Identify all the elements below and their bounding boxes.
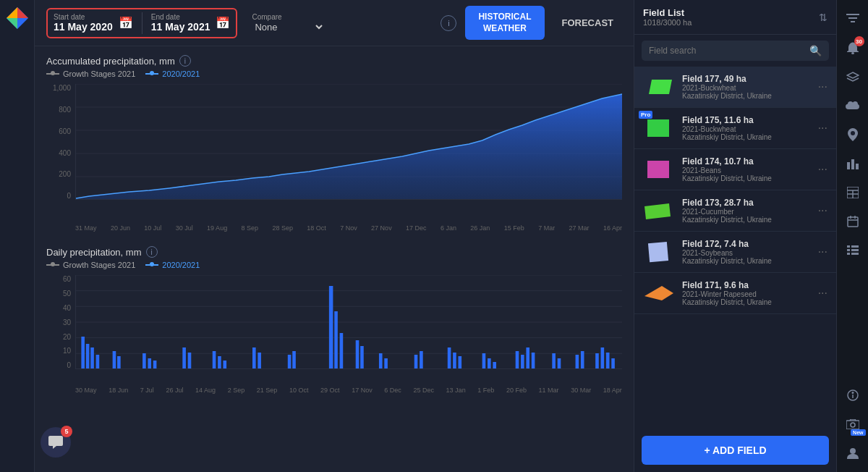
filter-icon[interactable]: [840, 6, 866, 32]
svg-rect-35: [329, 286, 333, 369]
cloud-icon[interactable]: [840, 93, 866, 119]
daily-legend-gray: [46, 264, 59, 266]
info-circle-icon[interactable]: [840, 382, 866, 408]
list-icon[interactable]: [840, 237, 866, 264]
user-icon[interactable]: [840, 440, 866, 466]
notification-badge: 30: [854, 36, 864, 46]
field-name: Field 175, 11.6 ha: [682, 115, 811, 125]
compare-dropdown[interactable]: None Previous Year: [252, 21, 325, 33]
field-more-icon[interactable]: ···: [818, 287, 827, 300]
calendar-icon[interactable]: [840, 208, 866, 235]
info-icon[interactable]: i: [441, 15, 456, 31]
list-item[interactable]: Field 177, 49 ha 2021-Buckwheat Kazatins…: [634, 67, 836, 108]
bell-icon[interactable]: 30: [840, 35, 866, 61]
chat-bubble[interactable]: 5: [41, 427, 71, 458]
start-date-field: Start date 11 May 2020: [54, 13, 113, 33]
field-thumbnail: [643, 198, 675, 224]
svg-rect-70: [851, 21, 855, 22]
date-separator: [142, 12, 142, 34]
svg-rect-94: [846, 421, 859, 429]
svg-rect-63: [647, 119, 669, 137]
svg-rect-81: [848, 217, 858, 227]
field-more-icon[interactable]: ···: [818, 122, 827, 135]
svg-rect-22: [117, 356, 121, 369]
main-content: Start date 11 May 2020 📅 End date 11 May…: [35, 0, 634, 472]
field-search-input[interactable]: [649, 46, 805, 56]
add-field-button[interactable]: + ADD FIELD: [642, 436, 829, 465]
field-info: Field 175, 11.6 ha 2021-Buckwheat Kazati…: [682, 115, 811, 141]
acc-chart-area: [75, 84, 622, 200]
field-thumbnail: Pro: [643, 115, 675, 141]
svg-rect-69: [848, 17, 857, 19]
field-location: Kazatinskiy District, Ukraine: [682, 92, 811, 100]
pin-icon[interactable]: [840, 122, 866, 148]
field-list: Field 177, 49 ha 2021-Buckwheat Kazatins…: [634, 67, 836, 429]
daily-chart: 60 50 40 30 20 10 0: [46, 275, 622, 384]
field-name: Field 172, 7.4 ha: [682, 239, 811, 249]
layers-icon[interactable]: [840, 64, 866, 90]
end-calendar-icon[interactable]: 📅: [216, 16, 230, 30]
table-icon[interactable]: [840, 180, 866, 206]
chat-badge: 5: [61, 426, 72, 437]
bar-chart-icon[interactable]: [840, 151, 866, 177]
sort-icon[interactable]: ⇅: [819, 12, 827, 23]
daily-info-icon[interactable]: i: [146, 246, 158, 258]
historical-weather-button[interactable]: HISTORICAL WEATHER: [465, 6, 544, 40]
accumulated-legend: Growth Stages 2021 2020/2021: [46, 69, 622, 78]
field-more-icon[interactable]: ···: [818, 80, 827, 93]
accumulated-precipitation-section: Accumulated precipitation, mm i Growth S…: [46, 55, 622, 232]
svg-rect-47: [482, 353, 486, 369]
search-icon[interactable]: 🔍: [809, 45, 822, 56]
svg-rect-32: [258, 353, 261, 369]
svg-rect-41: [384, 358, 388, 369]
field-crop: 2021-Cucumber: [682, 208, 811, 216]
svg-rect-38: [356, 340, 359, 369]
svg-rect-27: [188, 353, 192, 369]
pro-badge: Pro: [639, 111, 652, 119]
svg-rect-31: [252, 347, 256, 369]
app-logo[interactable]: [5, 6, 30, 30]
list-item[interactable]: Field 171, 9.6 ha 2021-Winter Rapeseed K…: [634, 273, 836, 314]
svg-rect-59: [601, 347, 605, 369]
svg-point-96: [850, 448, 856, 454]
accumulated-chart-wrapper: 1,000 800 600 400 200 0: [46, 84, 622, 232]
list-item[interactable]: Field 173, 28.7 ha 2021-Cucumber Kazatin…: [634, 190, 836, 232]
forecast-button[interactable]: FORECAST: [553, 12, 623, 34]
end-date-value: 11 May 2021: [151, 21, 210, 33]
svg-rect-39: [360, 346, 364, 369]
daily-chart-title: Daily precipitation, mm i: [46, 246, 622, 258]
list-item[interactable]: Field 172, 7.4 ha 2021-Soybeans Kazatins…: [634, 232, 836, 273]
field-thumbnail: [643, 280, 675, 306]
field-info: Field 171, 9.6 ha 2021-Winter Rapeseed K…: [682, 280, 811, 306]
field-crop: 2021-Winter Rapeseed: [682, 290, 811, 298]
end-date-label: End date: [151, 13, 210, 21]
date-range-selector[interactable]: Start date 11 May 2020 📅 End date 11 May…: [46, 8, 237, 38]
list-item[interactable]: Field 174, 10.7 ha 2021-Beans Kazatinski…: [634, 149, 836, 190]
field-more-icon[interactable]: ···: [818, 245, 827, 258]
new-badge: New: [851, 429, 865, 436]
field-location: Kazatinskiy District, Ukraine: [682, 174, 811, 182]
svg-rect-86: [851, 245, 859, 248]
svg-rect-42: [414, 355, 418, 369]
svg-rect-87: [847, 249, 850, 251]
field-info: Field 174, 10.7 ha 2021-Beans Kazatinski…: [682, 156, 811, 182]
field-list-header: Field List 1018/3000 ha ⇅: [634, 0, 836, 35]
field-more-icon[interactable]: ···: [818, 204, 827, 217]
svg-marker-3: [7, 7, 17, 18]
svg-rect-53: [532, 353, 535, 369]
svg-rect-29: [218, 356, 221, 369]
acc-x-axis: 31 May 20 Jun 10 Jul 30 Jul 19 Aug 8 Sep…: [75, 222, 622, 232]
screenshot-icon[interactable]: New: [840, 411, 866, 437]
svg-rect-20: [96, 355, 100, 369]
svg-rect-64: [647, 161, 669, 178]
daily-x-axis: 30 May 18 Jun 7 Jul 26 Jul 14 Aug 2 Sep …: [75, 384, 622, 394]
daily-legend-blue: [145, 264, 158, 266]
acc-info-icon[interactable]: i: [179, 55, 191, 67]
legend-blue-line: [145, 73, 158, 75]
search-bar: 🔍: [642, 41, 829, 61]
field-more-icon[interactable]: ···: [818, 163, 827, 176]
compare-label: Compare: [252, 13, 325, 21]
daily-chart-wrapper: 60 50 40 30 20 10 0: [46, 275, 622, 394]
list-item[interactable]: Pro Field 175, 11.6 ha 2021-Buckwheat Ka…: [634, 108, 836, 149]
start-calendar-icon[interactable]: 📅: [119, 16, 133, 30]
